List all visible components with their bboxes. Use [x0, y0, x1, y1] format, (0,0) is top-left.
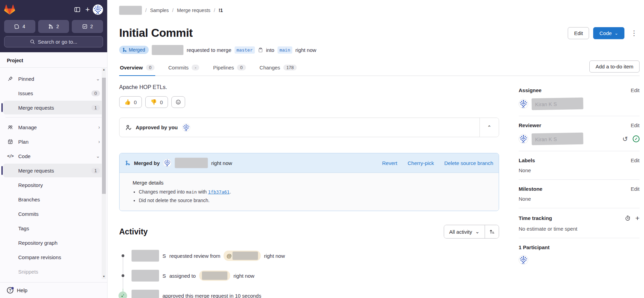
reviewer-edit-button[interactable]: Edit — [631, 122, 640, 128]
thumbs-up-button[interactable]: 👍 0 — [119, 96, 142, 108]
cherry-pick-link[interactable]: Cherry-pick — [408, 160, 434, 166]
sidebar-toggle-icon[interactable] — [72, 4, 82, 15]
help-button[interactable]: ? Help — [0, 282, 107, 298]
sidebar-item-manage[interactable]: Manage › — [3, 120, 104, 134]
thumbs-down-icon: 👎 — [150, 99, 157, 105]
add-reaction-button[interactable] — [171, 96, 185, 108]
sidebar-item-branches[interactable]: Branches — [3, 192, 104, 206]
redacted-merger-name[interactable] — [175, 158, 208, 168]
todo-check-icon — [82, 24, 88, 29]
issues-count-button[interactable]: 4 — [4, 20, 35, 33]
sort-icon — [489, 229, 495, 234]
edit-button[interactable]: Edit — [568, 27, 589, 39]
sidebar-item-issues[interactable]: Issues 0 — [3, 86, 104, 100]
sidebar-context-title: Project — [0, 52, 107, 67]
activity-sort-button[interactable] — [485, 225, 499, 238]
assignee-avatar[interactable] — [519, 99, 528, 109]
sidebar-item-tags[interactable]: Tags — [3, 221, 104, 235]
scroll-down-arrow-icon[interactable]: ▼ — [103, 274, 105, 279]
chevron-down-icon: ⌄ — [96, 153, 100, 159]
code-dropdown-button[interactable]: Code ⌄ — [593, 27, 624, 39]
redacted-user-mention[interactable] — [199, 271, 230, 281]
activity-timeline: S requested review from @ right now S as… — [119, 249, 499, 298]
delete-source-branch-link[interactable]: Delete source branch — [444, 160, 493, 166]
sidebar-item-merge-requests-pinned[interactable]: Merge requests 1 — [3, 101, 104, 114]
issuable-sidebar: Assignee Edit Kir — [519, 87, 640, 277]
stopwatch-icon[interactable] — [625, 215, 631, 221]
revert-link[interactable]: Revert — [382, 160, 397, 166]
assignee-section: Assignee Edit Kir — [519, 87, 640, 116]
add-todo-button[interactable]: Add a to-do item — [589, 60, 640, 73]
tab-commits[interactable]: Commits - — [168, 60, 200, 76]
labels-title: Labels — [519, 157, 535, 163]
sidebar-item-repository[interactable]: Repository — [3, 178, 104, 192]
breadcrumb-project[interactable]: Samples — [150, 8, 169, 13]
source-branch-chip[interactable]: master — [235, 46, 255, 54]
help-icon: ? — [7, 287, 13, 294]
tab-changes[interactable]: Changes 178 — [259, 60, 298, 76]
redacted-group-name[interactable] — [119, 6, 142, 15]
breadcrumb: / Samples / Merge requests / !1 — [119, 0, 640, 21]
count-badge: 1 — [91, 105, 100, 111]
copy-branch-name-icon[interactable] — [258, 47, 263, 53]
reviewer-avatar[interactable] — [519, 134, 528, 144]
sidebar-item-merge-requests[interactable]: Merge requests 1 — [3, 164, 104, 177]
merge-requests-count-button[interactable]: 2 — [38, 20, 69, 33]
mr-timestamp: right now — [295, 47, 316, 53]
merge-details-list: Changes merged into main with 1fb37a61. … — [139, 189, 493, 203]
activity-timestamp: right now — [234, 273, 255, 279]
sidebar-item-plan[interactable]: Plan › — [3, 135, 104, 148]
redacted-reviewer-name[interactable]: Kiran K S — [532, 133, 584, 145]
redacted-assignee-name[interactable]: Kiran K S — [532, 98, 584, 110]
more-actions-kebab-icon[interactable]: ⋮ — [629, 28, 640, 38]
breadcrumb-merge-requests[interactable]: Merge requests — [177, 8, 210, 13]
chevron-down-icon: ⌄ — [475, 229, 479, 235]
gitlab-logo-icon[interactable] — [4, 4, 15, 15]
tab-overview[interactable]: Overview 0 — [119, 60, 155, 76]
sidebar-scrollbar[interactable]: ▲ ▼ — [102, 67, 106, 279]
merge-commit-link[interactable]: 1fb37a61 — [208, 189, 230, 195]
sidebar-item-compare-revisions[interactable]: Compare revisions — [3, 250, 104, 264]
reviewer-section: Reviewer Edit Kir — [519, 122, 640, 151]
redacted-user-name[interactable] — [132, 290, 159, 298]
participants-section: 1 Participant — [519, 244, 640, 271]
time-tracking-value: No estimate or time spent — [519, 226, 640, 232]
approval-person-check-icon — [125, 124, 132, 131]
merge-icon — [125, 160, 131, 166]
merger-avatar[interactable] — [163, 159, 171, 167]
assignee-edit-button[interactable]: Edit — [631, 87, 640, 93]
tab-pipelines[interactable]: Pipelines 0 — [212, 60, 246, 76]
re-request-review-icon[interactable]: ↺ — [622, 135, 628, 143]
sidebar-item-commits[interactable]: Commits — [3, 207, 104, 221]
sidebar-item-pinned[interactable]: Pinned ⌄ — [3, 72, 104, 86]
activity-title: Activity — [119, 227, 148, 236]
collapse-approvals-button[interactable]: ⌃ — [479, 118, 499, 137]
user-avatar[interactable] — [93, 4, 103, 15]
add-time-entry-icon[interactable]: + — [635, 214, 640, 222]
redacted-user-name[interactable] — [132, 270, 159, 282]
redacted-user-name[interactable] — [132, 250, 159, 262]
target-branch-chip[interactable]: main — [278, 46, 292, 54]
scrollbar-thumb[interactable] — [102, 78, 106, 194]
merge-details-title: Merge details — [133, 180, 493, 186]
sidebar-item-snippets[interactable]: Snippets — [3, 265, 104, 278]
approver-avatar[interactable] — [182, 123, 190, 132]
thumbs-down-button[interactable]: 👎 0 — [145, 96, 168, 108]
sidebar-item-code[interactable]: </> Code ⌄ — [3, 149, 104, 163]
tab-badge: 0 — [146, 65, 155, 70]
todos-count-button[interactable]: 2 — [72, 20, 103, 33]
activity-item-assigned: S assigned to right now — [119, 269, 499, 283]
search-input[interactable]: Search or go to... — [4, 36, 103, 47]
milestone-edit-button[interactable]: Edit — [631, 186, 640, 192]
scroll-up-arrow-icon[interactable]: ▲ — [103, 67, 105, 72]
help-label: Help — [17, 287, 27, 293]
activity-filter-dropdown[interactable]: All activity ⌄ — [444, 225, 485, 238]
create-new-icon[interactable]: + — [82, 4, 93, 15]
redacted-author-name[interactable] — [152, 45, 183, 55]
sidebar-item-repository-graph[interactable]: Repository graph — [3, 236, 104, 250]
redacted-user-mention[interactable]: @ — [224, 251, 260, 261]
approved-check-icon: ✓ — [118, 291, 127, 298]
super-sidebar: + — [0, 0, 108, 298]
labels-edit-button[interactable]: Edit — [631, 157, 640, 163]
participant-avatar[interactable] — [519, 255, 528, 265]
